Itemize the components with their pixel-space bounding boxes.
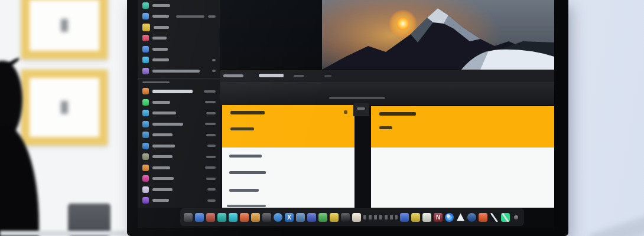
file-name-smudge	[152, 37, 167, 40]
sidebar-row[interactable]	[138, 0, 220, 11]
file-name-smudge	[152, 123, 183, 126]
file-name-smudge	[154, 26, 169, 29]
dock-app-icon-25[interactable]	[479, 213, 487, 222]
dock-app-icon-14[interactable]	[330, 213, 339, 222]
sidebar-row[interactable]	[138, 11, 220, 22]
file-size-smudge	[212, 59, 216, 61]
diagonal-dark-icon[interactable]	[490, 213, 499, 222]
dock-app-icon-11[interactable]	[296, 213, 305, 222]
dock	[180, 208, 524, 226]
file-type-icon	[142, 175, 149, 182]
sidebar-row[interactable]	[138, 33, 220, 44]
dock-app-icon-8[interactable]	[262, 213, 271, 222]
file-size-smudge	[205, 101, 216, 103]
file-type-icon	[142, 110, 149, 116]
x-letter-app-icon[interactable]	[285, 213, 294, 222]
sidebar-row[interactable]	[138, 162, 220, 173]
file-size-smudge	[206, 156, 216, 158]
dock-app-icon-15[interactable]	[341, 213, 350, 222]
file-size-smudge	[206, 112, 216, 114]
sidebar-row[interactable]	[138, 152, 220, 163]
file-size-smudge	[208, 15, 216, 18]
card-text-smudge	[229, 171, 266, 174]
sidebar-row[interactable]	[138, 44, 220, 55]
file-name-smudge	[152, 4, 170, 7]
dock-app-icon-5[interactable]	[229, 213, 238, 222]
file-name-smudge	[152, 133, 173, 136]
card-text-smudge	[229, 155, 262, 158]
card-text-smudge	[229, 189, 259, 192]
sidebar-file-list	[138, 0, 220, 208]
file-type-icon	[142, 153, 149, 160]
sidebar-row[interactable]	[138, 65, 220, 77]
photo-backdrop	[0, 0, 644, 236]
panel-divider-tab[interactable]	[353, 103, 369, 116]
file-type-icon	[142, 13, 149, 19]
mountain-sunset-art	[322, 0, 554, 70]
file-size-smudge	[207, 145, 216, 147]
sidebar-row-selected[interactable]	[138, 206, 220, 208]
sidebar-row[interactable]	[138, 97, 220, 108]
sidebar-section-header	[138, 79, 220, 86]
file-name-smudge	[152, 177, 174, 180]
file-name-smudge	[152, 90, 193, 93]
dock-app-icon-16[interactable]	[352, 213, 361, 222]
picture-frame-top	[21, 0, 108, 59]
file-type-icon	[142, 35, 149, 41]
file-size-smudge	[206, 134, 216, 136]
file-name-smudge	[152, 155, 173, 158]
browser-swirl-icon[interactable]	[445, 213, 454, 222]
timeline-band	[220, 82, 554, 105]
file-type-icon	[142, 68, 149, 74]
dock-app-icon-4[interactable]	[217, 213, 226, 222]
file-name-smudge	[152, 145, 175, 148]
play-triangle-icon[interactable]	[456, 213, 465, 222]
card-panel-right[interactable]	[371, 106, 554, 208]
file-size-smudge	[207, 199, 216, 202]
dock-app-icon-19[interactable]	[422, 213, 431, 222]
section-title-smudge	[142, 81, 170, 84]
file-size-smudge	[205, 166, 216, 169]
small-dot-icon[interactable]	[514, 215, 518, 219]
sidebar-row[interactable]	[138, 130, 220, 141]
dock-app-icon-13[interactable]	[318, 213, 327, 222]
dock-app-icon-1[interactable]	[184, 213, 193, 222]
file-type-icon	[142, 99, 149, 106]
card-text-smudge	[230, 111, 265, 114]
minimized-items-glyphs[interactable]	[363, 215, 398, 219]
file-type-icon	[142, 165, 149, 171]
sidebar-row[interactable]	[138, 140, 220, 152]
dock-app-circle-icon-9[interactable]	[274, 213, 282, 222]
baseboard	[0, 231, 128, 236]
dock-app-icon-18[interactable]	[411, 213, 420, 222]
dock-app-icon-2[interactable]	[195, 213, 204, 222]
file-size-smudge	[212, 70, 216, 72]
sidebar-row[interactable]	[138, 195, 220, 206]
sidebar-row[interactable]	[138, 184, 220, 195]
card-panel-left[interactable]	[222, 105, 354, 208]
card-text-smudge	[227, 205, 266, 207]
sidebar-row[interactable]	[138, 86, 220, 97]
dock-app-icon-6[interactable]	[240, 213, 249, 222]
caption-text-smudge	[329, 97, 385, 99]
dock-app-icon-7[interactable]	[251, 213, 260, 222]
file-type-icon	[142, 46, 149, 53]
preview-toolbar	[220, 70, 554, 82]
sidebar-row[interactable]	[138, 55, 220, 66]
n-letter-app-icon[interactable]	[434, 213, 443, 222]
dock-app-circle-icon-24[interactable]	[467, 213, 476, 222]
file-type-icon	[142, 88, 149, 94]
sidebar-row[interactable]	[138, 173, 220, 185]
dock-app-icon-17[interactable]	[400, 213, 409, 222]
file-name-smudge	[152, 15, 169, 18]
sidebar-row[interactable]	[138, 22, 220, 33]
sidebar-row[interactable]	[138, 108, 220, 119]
sidebar-row[interactable]	[138, 119, 220, 130]
file-name-smudge	[152, 199, 169, 202]
diagonal-green-icon[interactable]	[501, 213, 510, 222]
file-name-smudge	[152, 48, 168, 51]
file-type-icon	[142, 186, 149, 193]
dock-app-icon-12[interactable]	[307, 213, 316, 222]
dock-app-icon-3[interactable]	[206, 213, 215, 222]
file-name-smudge	[152, 188, 173, 191]
